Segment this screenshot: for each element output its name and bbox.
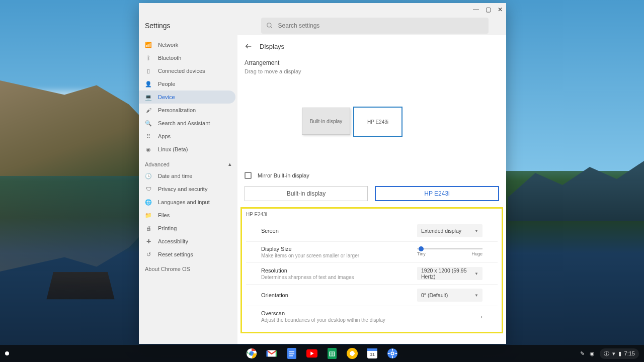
shelf: 31 ✎ ◉ ⓘ ▾ ▮ 7:15 bbox=[0, 345, 644, 362]
accessibility-icon: ✚ bbox=[145, 238, 152, 245]
shelf-apps: 31 bbox=[246, 348, 398, 359]
setting-desc: Adjust the boundaries of your desktop wi… bbox=[261, 317, 417, 323]
sidebar-item-privacy[interactable]: 🛡Privacy and security bbox=[139, 183, 237, 196]
sidebar-advanced-toggle[interactable]: Advanced ▴ bbox=[139, 156, 237, 169]
search-input[interactable] bbox=[278, 22, 484, 29]
back-button[interactable] bbox=[245, 42, 253, 50]
window-header: Settings bbox=[139, 16, 506, 35]
folder-icon: 📁 bbox=[145, 212, 152, 219]
display-size-slider[interactable] bbox=[417, 248, 482, 249]
slider-min-label: Tiny bbox=[417, 251, 426, 256]
setting-row-overscan[interactable]: Overscan Adjust the boundaries of your d… bbox=[246, 306, 498, 327]
sidebar-item-label: Connected devices bbox=[158, 68, 205, 74]
app-keep[interactable] bbox=[347, 348, 358, 359]
svg-rect-9 bbox=[289, 355, 293, 356]
mirror-checkbox[interactable] bbox=[245, 172, 252, 179]
sidebar-item-people[interactable]: 👤People bbox=[139, 77, 237, 90]
app-docs[interactable] bbox=[286, 348, 297, 359]
sidebar-item-accessibility[interactable]: ✚Accessibility bbox=[139, 235, 237, 248]
screen-dropdown[interactable]: Extended display ▼ bbox=[417, 224, 482, 237]
app-settings[interactable] bbox=[387, 348, 398, 359]
sidebar-item-network[interactable]: 📶Network bbox=[139, 38, 237, 51]
setting-name: Resolution bbox=[261, 267, 417, 274]
app-youtube[interactable] bbox=[306, 348, 317, 359]
settings-window: ― ▢ ✕ Settings 📶Network ᛒBluetooth ▯Conn… bbox=[139, 3, 506, 344]
brush-icon: 🖌 bbox=[145, 107, 152, 114]
sidebar-item-label: Files bbox=[158, 212, 170, 218]
status-area[interactable]: ⓘ ▾ ▮ 7:15 bbox=[600, 348, 639, 359]
person-icon: 👤 bbox=[145, 80, 152, 87]
arrangement-zone[interactable]: Built-in display HP E243i bbox=[245, 77, 499, 166]
sidebar-item-linux[interactable]: ◉Linux (Beta) bbox=[139, 143, 237, 156]
display-box-label: HP E243i bbox=[367, 119, 388, 125]
setting-row-orientation: Orientation 0° (Default) ▼ bbox=[246, 285, 498, 306]
sidebar-item-search-assistant[interactable]: 🔍Search and Assistant bbox=[139, 117, 237, 130]
sidebar-item-label: Languages and input bbox=[158, 199, 210, 205]
setting-row-display-size: Display Size Make items on your screen s… bbox=[246, 242, 498, 263]
sidebar-item-label: Device bbox=[158, 94, 175, 100]
arrangement-label: Arrangement bbox=[245, 59, 499, 66]
shield-icon: 🛡 bbox=[145, 186, 152, 193]
launcher-button[interactable] bbox=[5, 351, 9, 355]
maximize-button[interactable]: ▢ bbox=[485, 7, 491, 13]
setting-name: Orientation bbox=[261, 292, 417, 298]
sidebar-item-printing[interactable]: 🖨Printing bbox=[139, 222, 237, 235]
tab-builtin-display[interactable]: Built-in display bbox=[245, 186, 368, 201]
tray-notification-icon[interactable]: ◉ bbox=[590, 350, 595, 357]
app-chrome[interactable] bbox=[246, 348, 257, 359]
sidebar-item-reset[interactable]: ↺Reset settings bbox=[139, 248, 237, 261]
search-icon bbox=[266, 22, 273, 29]
laptop-icon: 💻 bbox=[145, 94, 152, 101]
tab-external-display[interactable]: HP E243i bbox=[375, 186, 499, 201]
bluetooth-icon: ᛒ bbox=[145, 54, 152, 61]
info-icon: ⓘ bbox=[604, 350, 609, 357]
wifi-icon: 📶 bbox=[145, 41, 152, 48]
sidebar-item-bluetooth[interactable]: ᛒBluetooth bbox=[139, 51, 237, 64]
sidebar-item-languages[interactable]: 🌐Languages and input bbox=[139, 196, 237, 209]
display-settings-panel: HP E243i Screen Extended display ▼ Displ… bbox=[240, 207, 503, 333]
orientation-dropdown[interactable]: 0° (Default) ▼ bbox=[417, 289, 482, 302]
sidebar-item-label: Date and time bbox=[158, 173, 192, 179]
setting-name: Overscan bbox=[261, 310, 417, 316]
setting-row-resolution: Resolution Determines sharpness of text … bbox=[246, 263, 498, 285]
svg-rect-16 bbox=[367, 348, 377, 351]
sidebar-about[interactable]: About Chrome OS bbox=[139, 261, 237, 277]
sidebar: 📶Network ᛒBluetooth ▯Connected devices 👤… bbox=[139, 35, 237, 344]
sidebar-item-device[interactable]: 💻Device bbox=[139, 90, 235, 104]
battery-icon: ▮ bbox=[618, 350, 621, 357]
sidebar-item-label: Bluetooth bbox=[158, 55, 181, 61]
sidebar-item-date-time[interactable]: 🕓Date and time bbox=[139, 169, 237, 183]
svg-rect-7 bbox=[289, 351, 294, 352]
sidebar-item-files[interactable]: 📁Files bbox=[139, 209, 237, 222]
svg-line-1 bbox=[270, 27, 272, 28]
display-box-builtin[interactable]: Built-in display bbox=[302, 108, 350, 135]
app-calendar[interactable]: 31 bbox=[367, 348, 378, 359]
chevron-up-icon: ▴ bbox=[228, 161, 231, 167]
system-tray[interactable]: ✎ ◉ ⓘ ▾ ▮ 7:15 bbox=[580, 348, 639, 359]
app-gmail[interactable] bbox=[266, 348, 277, 359]
sidebar-item-connected-devices[interactable]: ▯Connected devices bbox=[139, 64, 237, 77]
sidebar-item-personalization[interactable]: 🖌Personalization bbox=[139, 104, 237, 117]
display-box-label: Built-in display bbox=[310, 119, 342, 124]
dropdown-value: Extended display bbox=[421, 228, 461, 234]
chevron-down-icon: ▼ bbox=[474, 293, 478, 298]
display-box-external[interactable]: HP E243i bbox=[353, 107, 403, 137]
sidebar-item-label: Linux (Beta) bbox=[158, 146, 188, 152]
search-icon: 🔍 bbox=[145, 120, 152, 127]
resolution-dropdown[interactable]: 1920 x 1200 (59.95 Hertz) ▼ bbox=[417, 267, 482, 280]
sidebar-section-label: Advanced bbox=[145, 161, 170, 167]
close-button[interactable]: ✕ bbox=[497, 7, 503, 13]
app-sheets[interactable] bbox=[327, 348, 338, 359]
svg-point-0 bbox=[267, 23, 271, 27]
sidebar-item-label: Accessibility bbox=[158, 238, 188, 244]
sidebar-item-apps[interactable]: ⠿Apps bbox=[139, 130, 237, 143]
tray-pen-icon[interactable]: ✎ bbox=[580, 350, 585, 357]
chevron-right-icon: › bbox=[480, 313, 482, 320]
minimize-button[interactable]: ― bbox=[473, 7, 479, 13]
slider-thumb[interactable] bbox=[419, 246, 424, 251]
search-box[interactable] bbox=[261, 18, 489, 34]
clock: 7:15 bbox=[624, 350, 635, 356]
chevron-down-icon: ▼ bbox=[474, 272, 478, 276]
sidebar-item-label: People bbox=[158, 81, 175, 87]
dropdown-value: 0° (Default) bbox=[421, 292, 448, 298]
